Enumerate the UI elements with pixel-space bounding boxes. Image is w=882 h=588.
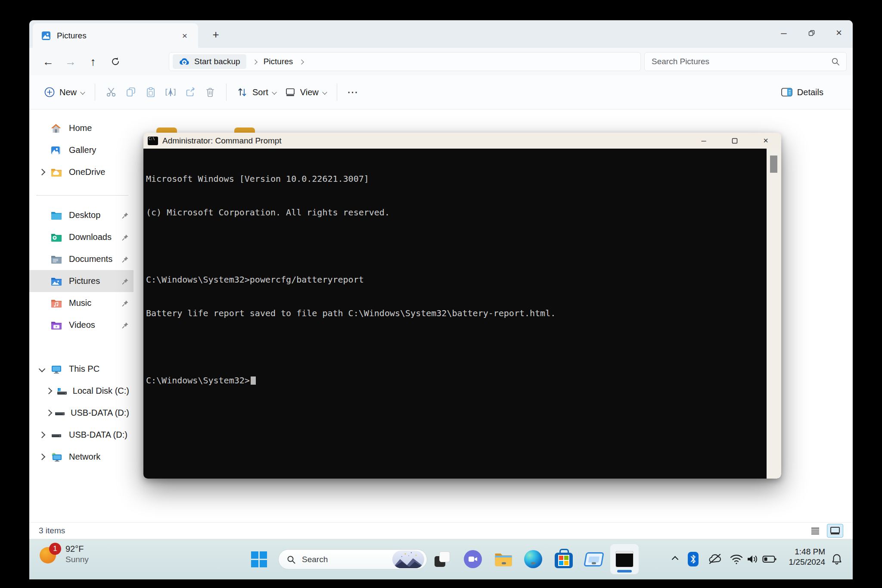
breadcrumb-chevron-icon[interactable]: [253, 58, 257, 65]
breadcrumb-current-label[interactable]: Pictures: [264, 57, 293, 66]
cmd-scrollbar-thumb[interactable]: [770, 156, 777, 173]
cmd-maximize-button[interactable]: [719, 133, 750, 149]
restore-button[interactable]: [798, 20, 825, 45]
large-thumbnails-view-toggle[interactable]: [827, 524, 843, 538]
details-view-toggle[interactable]: [807, 524, 823, 538]
new-button-label: New: [59, 87, 77, 97]
items-count-label: 3 items: [39, 526, 65, 535]
virtual-machine-button[interactable]: [585, 550, 603, 568]
details-button[interactable]: Details: [776, 82, 828, 103]
tray-overflow-button[interactable]: [666, 550, 684, 568]
bluetooth-button[interactable]: [686, 552, 700, 566]
sidebar-item-gallery[interactable]: Gallery: [29, 139, 134, 161]
sidebar-item-local-disk-c[interactable]: Local Disk (C:): [29, 380, 134, 402]
sidebar-item-home[interactable]: Home: [29, 117, 134, 139]
pin-icon: [121, 233, 129, 241]
command-prompt-taskbar-button[interactable]: [610, 544, 639, 574]
sidebar-item-music[interactable]: Music: [29, 292, 134, 314]
taskbar-search-label: Search: [302, 555, 328, 564]
search-icon[interactable]: [831, 57, 840, 66]
new-tab-button[interactable]: +: [207, 25, 225, 44]
chevron-right-icon[interactable]: [46, 388, 53, 395]
music-folder-icon: [51, 298, 64, 309]
paste-button[interactable]: [141, 82, 161, 103]
close-button[interactable]: ×: [825, 20, 853, 45]
breadcrumb-start-backup[interactable]: Start backup: [173, 54, 246, 69]
minimize-button[interactable]: –: [770, 20, 798, 45]
cut-button[interactable]: [101, 82, 121, 103]
gallery-icon: [51, 145, 64, 156]
breadcrumb-chevron-icon[interactable]: [300, 58, 303, 65]
chevron-right-icon[interactable]: [39, 454, 46, 460]
chevron-right-icon[interactable]: [39, 432, 46, 439]
volume-icon: [746, 554, 759, 565]
weather-temperature: 92°F: [65, 544, 89, 554]
cmd-scrollbar-track[interactable]: [767, 149, 781, 479]
details-pane-icon: [781, 87, 793, 97]
sidebar-item-network[interactable]: Network: [29, 446, 134, 468]
onedrive-status-button[interactable]: [708, 552, 722, 566]
volume-button[interactable]: [745, 552, 760, 566]
delete-button[interactable]: [200, 82, 220, 103]
battery-icon: [762, 555, 777, 563]
store-button[interactable]: [555, 550, 573, 568]
sidebar-item-usb-data-2[interactable]: USB-DATA (D:): [29, 424, 134, 446]
chat-button[interactable]: [464, 550, 482, 568]
cmd-title-bar[interactable]: Administrator: Command Prompt – ×: [143, 133, 781, 149]
sidebar-item-videos[interactable]: Videos: [29, 314, 134, 336]
clock-widget[interactable]: 1:48 PM 1/25/2024: [784, 547, 825, 567]
cmd-output-line: Microsoft Windows [Version 10.0.22621.30…: [146, 173, 765, 184]
sidebar-item-onedrive[interactable]: OneDrive: [29, 161, 134, 183]
tab-pictures[interactable]: Pictures ×: [33, 23, 198, 48]
view-button[interactable]: View: [280, 82, 331, 103]
sidebar-item-downloads[interactable]: Downloads: [29, 226, 134, 248]
cmd-console[interactable]: Microsoft Windows [Version 10.0.22621.30…: [143, 149, 765, 479]
new-button[interactable]: New: [40, 82, 89, 103]
search-input[interactable]: [651, 56, 831, 67]
chevron-right-icon[interactable]: [39, 169, 46, 176]
sort-button[interactable]: Sort: [233, 82, 280, 103]
share-button[interactable]: [180, 82, 200, 103]
tab-title: Pictures: [57, 31, 87, 40]
edge-button[interactable]: [524, 550, 542, 568]
sidebar-item-pictures[interactable]: Pictures: [29, 270, 134, 292]
view-toggles: [807, 524, 843, 538]
toolbar-divider: [95, 84, 95, 101]
new-plus-icon: [44, 87, 55, 98]
onedrive-folder-icon: [51, 167, 64, 178]
taskbar-search-box[interactable]: Search: [278, 549, 427, 569]
chevron-right-icon[interactable]: [46, 410, 53, 417]
up-button[interactable]: ↑: [82, 52, 104, 71]
forward-button[interactable]: →: [59, 52, 82, 71]
task-view-button[interactable]: [433, 550, 451, 568]
cmd-minimize-button[interactable]: –: [688, 133, 719, 149]
chevron-down-icon[interactable]: [39, 366, 46, 373]
more-options-icon[interactable]: ⋯: [343, 82, 363, 103]
sidebar-item-documents[interactable]: Documents: [29, 248, 134, 270]
battery-button[interactable]: [762, 552, 777, 566]
pin-icon: [121, 255, 129, 263]
sidebar-item-this-pc[interactable]: This PC: [29, 358, 134, 380]
weather-widget[interactable]: 1 92°F Sunny: [40, 544, 89, 564]
back-button[interactable]: ←: [37, 52, 59, 71]
wifi-button[interactable]: [729, 552, 744, 566]
tab-close-icon[interactable]: ×: [177, 28, 192, 43]
sidebar-item-usb-data-1[interactable]: USB-DATA (D:): [29, 402, 134, 424]
cmd-close-button[interactable]: ×: [750, 133, 781, 149]
refresh-icon[interactable]: [104, 52, 127, 71]
explorer-status-bar: 3 items: [29, 522, 853, 539]
address-bar[interactable]: Start backup Pictures: [169, 52, 641, 71]
start-button[interactable]: [250, 550, 268, 568]
copy-button[interactable]: [121, 82, 141, 103]
usb-drive-icon: [54, 408, 65, 419]
sidebar-item-desktop[interactable]: Desktop: [29, 204, 134, 226]
rename-button[interactable]: [161, 82, 180, 103]
running-indicator: [502, 562, 506, 564]
cmd-output-line: [146, 341, 765, 352]
details-button-label: Details: [797, 87, 823, 97]
sidebar-divider: [36, 195, 128, 196]
notifications-button[interactable]: [829, 552, 844, 566]
file-explorer-button[interactable]: [494, 550, 512, 568]
search-highlight-image: [392, 551, 424, 568]
sort-button-label: Sort: [252, 87, 268, 97]
